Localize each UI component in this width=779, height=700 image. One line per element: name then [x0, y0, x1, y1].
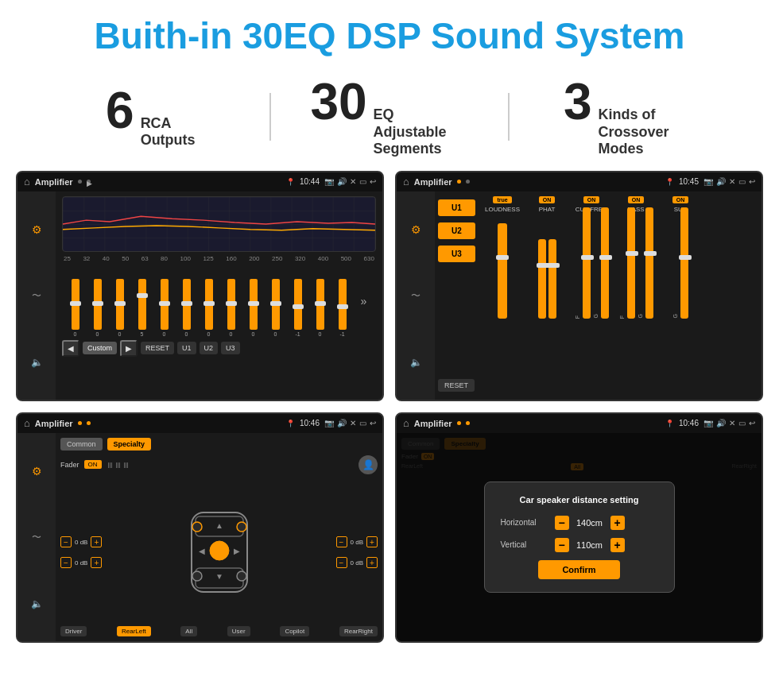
sub-slider[interactable] — [680, 207, 688, 319]
right-bottom-value: 0 dB — [351, 559, 363, 567]
eq-icon3[interactable]: ⚙ — [32, 465, 42, 478]
phat-slider-l[interactable] — [538, 239, 546, 319]
bass-slider[interactable] — [627, 207, 635, 319]
all-button[interactable]: All — [180, 626, 197, 636]
vertical-minus[interactable]: − — [555, 538, 569, 552]
user-button[interactable]: User — [227, 626, 250, 636]
bass-slider2[interactable] — [645, 207, 653, 319]
fader-on-badge[interactable]: ON — [84, 460, 102, 469]
window-icon4: ▭ — [738, 419, 746, 427]
back-icon[interactable]: ↩ — [370, 177, 376, 186]
amp-reset-btn[interactable]: RESET — [438, 379, 475, 392]
prev-button[interactable]: ◀ — [62, 340, 79, 357]
screen3-topbar: ⌂ Amplifier 📍 10:46 📷 🔊 ✕ ▭ ↩ — [17, 414, 382, 433]
cutfreq-on[interactable]: ON — [583, 196, 600, 203]
eq-icon2[interactable]: ⚙ — [411, 223, 421, 236]
u1-button[interactable]: U1 — [177, 342, 196, 354]
left-bottom-minus[interactable]: − — [60, 557, 72, 568]
left-bottom-plus[interactable]: + — [91, 557, 102, 568]
window-icon: ▭ — [359, 177, 366, 186]
eq-icon[interactable]: ⚙ — [32, 223, 42, 236]
horizontal-value: 140cm — [572, 518, 607, 528]
next-button[interactable]: ▶ — [120, 340, 138, 357]
screen1-topbar-icons: 📷 🔊 ✕ ▭ ↩ — [324, 177, 376, 186]
bass-on[interactable]: ON — [628, 196, 645, 203]
speaker-icon[interactable]: 🔈 — [31, 357, 43, 368]
custom-button[interactable]: Custom — [83, 342, 117, 354]
u2-button[interactable]: U2 — [200, 342, 219, 354]
eq-slider-2: 0 — [94, 279, 102, 337]
left-top-plus[interactable]: + — [91, 536, 102, 547]
back-icon2[interactable]: ↩ — [749, 177, 755, 186]
page-title: Buith-in 30EQ DSP Sound System — [16, 14, 763, 57]
amp-channel-phat: ON PHAT — [526, 196, 568, 395]
eq-slider-4: 5 — [138, 279, 146, 337]
right-bottom-minus[interactable]: − — [336, 557, 347, 568]
rearleft-button[interactable]: RearLeft — [117, 626, 151, 636]
phat-on[interactable]: ON — [539, 196, 556, 203]
common-tab[interactable]: Common — [60, 438, 103, 451]
stat-rca-desc: RCAOutputs — [141, 115, 196, 149]
right-top-plus[interactable]: + — [366, 536, 378, 547]
cutfreq-slider[interactable] — [583, 207, 591, 319]
stat-rca-number: 6 — [106, 85, 134, 136]
u3-btn[interactable]: U3 — [438, 246, 475, 262]
slider-track-1[interactable] — [72, 279, 79, 330]
wave-icon3[interactable]: 〜 — [32, 531, 41, 544]
u1-btn[interactable]: U1 — [438, 199, 475, 216]
eq-bottom: ◀ Custom ▶ RESET U1 U2 U3 — [62, 340, 376, 357]
dialog-overlay: Car speaker distance setting Horizontal … — [397, 433, 762, 641]
screen3-sidebar: ⚙ 〜 🔈 — [17, 433, 56, 641]
screen-speaker: ⌂ Amplifier 📍 10:46 📷 🔊 ✕ ▭ ↩ ⚙ 〜 🔈 — [16, 412, 384, 643]
vertical-plus[interactable]: + — [610, 538, 625, 552]
close-icon3[interactable]: ✕ — [350, 419, 356, 427]
horizontal-minus[interactable]: − — [555, 516, 569, 530]
u2-btn[interactable]: U2 — [438, 222, 475, 239]
home-icon[interactable]: ⌂ — [24, 176, 30, 188]
copilot-button[interactable]: Copilot — [280, 626, 309, 636]
right-bottom-plus[interactable]: + — [366, 557, 378, 568]
screen3-bottom-buttons: Driver RearLeft All User Copilot RearRig… — [60, 626, 378, 636]
home-icon3[interactable]: ⌂ — [24, 417, 30, 429]
wave-icon2[interactable]: 〜 — [411, 289, 421, 303]
phat-slider-r[interactable] — [548, 239, 556, 319]
u3-button[interactable]: U3 — [221, 342, 240, 354]
back-icon4[interactable]: ↩ — [749, 419, 755, 427]
screenshots-grid: ⌂ Amplifier ▶ 📍 10:44 📷 🔊 ✕ ▭ ↩ ⚙ 〜 🔈 — [0, 171, 779, 651]
driver-button[interactable]: Driver — [60, 626, 87, 636]
play-icon: ▶ — [87, 180, 91, 184]
stat-rca: 6 RCAOutputs — [48, 85, 254, 149]
loudness-slider[interactable] — [498, 223, 507, 319]
rearright-button[interactable]: RearRight — [339, 626, 378, 636]
wave-icon[interactable]: 〜 — [32, 289, 41, 303]
home-icon4[interactable]: ⌂ — [403, 417, 409, 429]
sub-on[interactable]: ON — [672, 196, 689, 203]
back-icon3[interactable]: ↩ — [370, 419, 376, 427]
close-icon2[interactable]: ✕ — [729, 177, 735, 186]
svg-point-6 — [192, 571, 202, 581]
cutfreq-slider2[interactable] — [601, 207, 609, 319]
close-icon[interactable]: ✕ — [350, 177, 356, 186]
car-svg: ▲ ▼ ◀ ▶ — [180, 505, 259, 600]
more-icon[interactable]: » — [361, 295, 367, 307]
screen1-main: 2532405063 80100125160200 25032040050063… — [56, 191, 382, 400]
phat-label: PHAT — [539, 206, 556, 213]
reset-button[interactable]: RESET — [141, 342, 174, 354]
amp-channel-cutfreq: ON CUT FREQ F G — [571, 196, 612, 395]
speaker-layout-area: − 0 dB + − 0 dB + — [60, 479, 378, 626]
speaker-icon3[interactable]: 🔈 — [31, 598, 43, 609]
confirm-button[interactable]: Confirm — [538, 560, 619, 579]
left-bottom-value: 0 dB — [75, 559, 87, 567]
close-icon4[interactable]: ✕ — [729, 419, 735, 427]
speaker-icon2[interactable]: 🔈 — [410, 357, 422, 368]
speaker-settings-icon[interactable]: 👤 — [358, 455, 378, 474]
home-icon2[interactable]: ⌂ — [403, 176, 409, 188]
horizontal-plus[interactable]: + — [610, 516, 625, 530]
left-top-minus[interactable]: − — [60, 536, 72, 547]
horizontal-ctrl: − 140cm + — [555, 516, 625, 530]
right-top-minus[interactable]: − — [336, 536, 347, 547]
specialty-tab[interactable]: Specialty — [107, 438, 152, 451]
status-dot2 — [457, 180, 461, 184]
svg-point-5 — [237, 522, 246, 532]
loudness-on[interactable]: true — [493, 196, 511, 203]
